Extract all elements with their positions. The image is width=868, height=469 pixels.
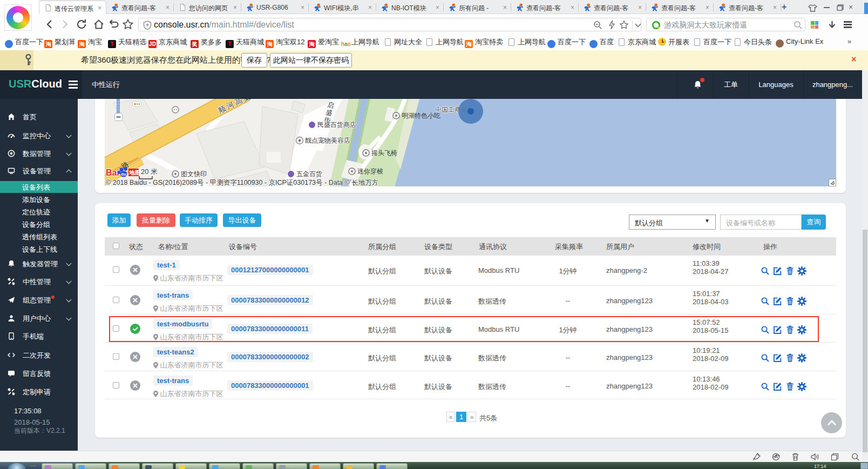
svg-text:du: du: [121, 172, 126, 177]
svg-text:图文快印: 图文快印: [181, 170, 207, 178]
svg-text:五金百货: 五金百货: [296, 170, 322, 178]
svg-text:地图: 地图: [129, 170, 140, 176]
svg-text:Bai: Bai: [106, 168, 119, 177]
svg-text:民盛百货商店: 民盛百货商店: [317, 121, 356, 129]
svg-text:靓点宠物美容店: 靓点宠物美容店: [305, 137, 350, 144]
svg-text:© 2018 Baidu - GS(2016)2089号 -: © 2018 Baidu - GS(2016)2089号 - 甲测资字11009…: [106, 179, 378, 186]
svg-text:摇头飞椅: 摇头飞椅: [371, 149, 397, 157]
svg-text:迷你穿梭: 迷你穿梭: [357, 168, 383, 175]
svg-text:20 米: 20 米: [141, 168, 158, 176]
